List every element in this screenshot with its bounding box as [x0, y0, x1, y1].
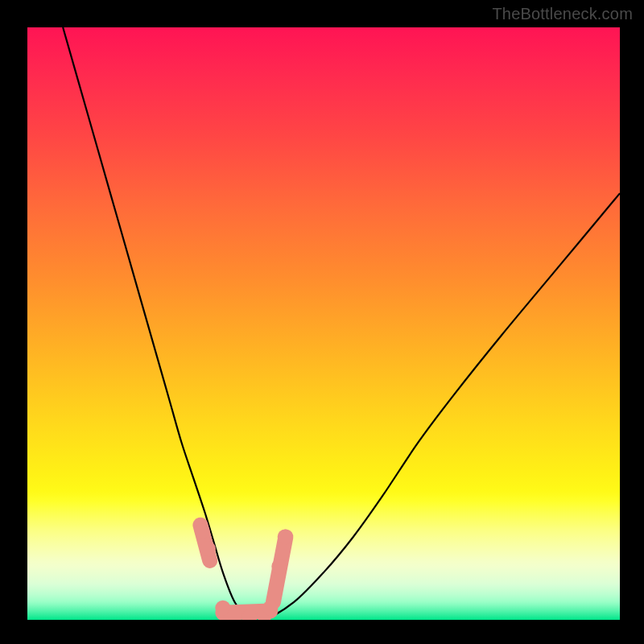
bottleneck-chart: [27, 27, 620, 620]
marker-dot: [200, 541, 216, 556]
marker-dot: [271, 559, 287, 574]
marker-dot: [278, 529, 293, 544]
chart-svg: [27, 27, 620, 620]
marker-dot: [262, 601, 278, 616]
watermark-text: TheBottleneck.com: [492, 5, 633, 23]
bottleneck-curve-path: [63, 27, 620, 620]
marker-dot: [195, 523, 210, 539]
